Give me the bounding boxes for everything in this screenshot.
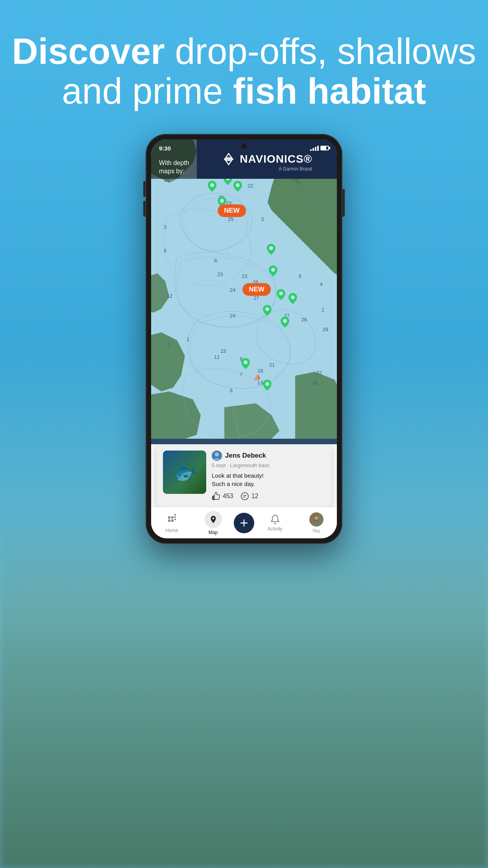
post-text: Look at that beauty! Such a nice day.	[212, 471, 325, 488]
new-badge-2: NEW	[242, 283, 271, 296]
svg-point-11	[265, 307, 269, 311]
hero-title: Discover drop-offs, shallows and prime f…	[0, 32, 488, 111]
svg-point-6	[220, 199, 224, 203]
nav-activity-label: Activity	[267, 526, 282, 532]
map-marker[interactable]	[269, 265, 277, 276]
nav-home-label: Home	[165, 528, 178, 533]
svg-point-34	[212, 517, 214, 519]
svg-point-8	[271, 268, 275, 272]
user-avatar	[212, 451, 222, 461]
like-count: 453	[223, 493, 233, 500]
svg-rect-29	[168, 519, 170, 522]
hero-regular-1: drop-offs, shallows	[175, 31, 476, 71]
svg-point-13	[244, 360, 248, 364]
map-marker[interactable]	[263, 305, 272, 316]
camera-notch	[241, 143, 247, 149]
phone-screen: 9:30	[151, 139, 337, 538]
hero-regular-2: and prime	[62, 71, 223, 111]
plus-icon	[239, 518, 249, 528]
map-marker[interactable]	[267, 244, 275, 255]
map-marker[interactable]	[277, 289, 285, 300]
svg-rect-33	[174, 519, 176, 520]
navionics-sub: A Garmin Brand	[222, 166, 312, 172]
nav-map[interactable]: Map	[192, 511, 234, 535]
signal-icon	[310, 146, 319, 151]
status-icons	[310, 146, 329, 151]
map-marker[interactable]	[263, 380, 272, 391]
nav-map-label: Map	[209, 530, 218, 535]
phone-volume-down	[143, 201, 146, 217]
like-button[interactable]: 453	[212, 492, 233, 501]
user-nav-avatar	[309, 512, 323, 527]
phone-mockup: 9:30	[146, 134, 342, 544]
svg-point-37	[315, 516, 318, 519]
svg-rect-28	[171, 516, 174, 519]
svg-point-10	[291, 295, 295, 299]
user-row: Jens Debeck	[212, 451, 325, 461]
bell-icon	[270, 514, 280, 525]
nav-activity[interactable]: Activity	[254, 514, 296, 532]
phone-body: 9:30	[146, 134, 342, 544]
background-blur	[0, 514, 488, 868]
svg-point-24	[241, 493, 248, 500]
hero-section: Discover drop-offs, shallows and prime f…	[0, 32, 488, 111]
hero-bold-end: fish habitat	[233, 71, 426, 111]
map-marker[interactable]	[208, 181, 216, 192]
status-time: 9:30	[159, 145, 171, 152]
nav-home[interactable]: Home	[151, 512, 192, 533]
social-section: Jens Debeck 5 sept · Largemouth bass Loo…	[151, 444, 337, 538]
post-content: Jens Debeck 5 sept · Largemouth bass Loo…	[212, 451, 325, 501]
nav-add[interactable]	[234, 513, 254, 533]
map-view[interactable]: With depth maps by:	[151, 139, 337, 439]
nav-you[interactable]: You	[296, 512, 337, 534]
phone-power	[342, 189, 345, 217]
svg-point-12	[283, 319, 287, 323]
new-badge-1: NEW	[218, 204, 246, 217]
map-marker[interactable]	[233, 181, 242, 192]
thumbs-up-icon	[212, 492, 220, 501]
post-actions: 453 12	[212, 492, 325, 501]
comment-count: 12	[251, 493, 259, 500]
post-photo	[163, 451, 206, 494]
map-marker[interactable]	[241, 358, 250, 369]
svg-point-14	[265, 382, 269, 386]
svg-point-9	[279, 291, 283, 295]
navionics-name: NAVIONICS®	[240, 153, 312, 165]
bottom-nav: Home Map	[151, 507, 337, 538]
nav-you-label: You	[312, 528, 320, 534]
map-icon-container	[205, 511, 222, 528]
comment-icon	[240, 492, 249, 501]
map-marker[interactable]	[288, 293, 297, 304]
svg-point-5	[210, 183, 214, 187]
home-icon	[166, 512, 177, 526]
svg-rect-32	[174, 516, 176, 518]
map-marker[interactable]	[281, 317, 289, 328]
battery-icon	[320, 146, 329, 150]
comment-button[interactable]: 12	[240, 492, 259, 501]
add-button[interactable]	[234, 513, 254, 533]
post-meta: 5 sept · Largemouth bass	[212, 462, 325, 468]
phone-volume-up	[143, 181, 146, 197]
svg-point-7	[269, 246, 273, 250]
svg-rect-23	[213, 496, 214, 500]
svg-rect-30	[171, 519, 174, 522]
navionics-logo-icon	[222, 152, 236, 166]
boat-marker: ⛵	[253, 374, 261, 381]
svg-point-22	[215, 453, 219, 456]
hero-bold-start: Discover	[12, 31, 165, 71]
svg-rect-27	[168, 516, 170, 519]
map-pin-icon	[209, 515, 218, 524]
social-card: Jens Debeck 5 sept · Largemouth bass Loo…	[157, 444, 331, 507]
user-name: Jens Debeck	[225, 452, 266, 460]
svg-point-4	[236, 183, 240, 187]
svg-rect-31	[174, 514, 176, 516]
